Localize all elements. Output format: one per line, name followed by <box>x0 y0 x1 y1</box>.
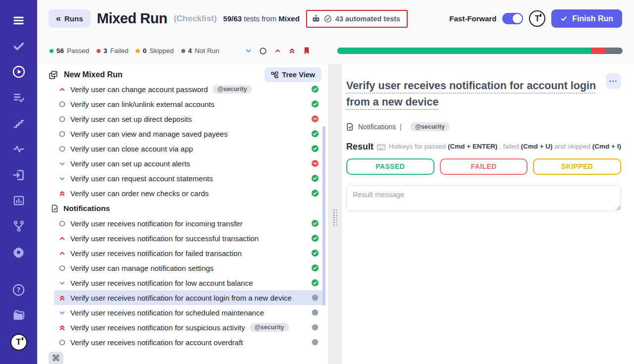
chevron-up-icon[interactable] <box>274 47 281 54</box>
divider-drag-handle[interactable] <box>333 209 338 226</box>
status-notrun-icon <box>307 338 319 346</box>
notrun-dot-icon <box>181 49 185 53</box>
high-priority-icon <box>58 86 66 93</box>
highest-priority-icon <box>58 324 66 331</box>
test-row-title: Verify user receives notification for ac… <box>70 338 243 347</box>
skipped-button[interactable]: SKIPPED <box>533 158 621 175</box>
activity-icon[interactable] <box>11 142 26 156</box>
status-passed-icon <box>307 130 319 138</box>
test-rows-list: Verify user can change account password@… <box>37 82 328 364</box>
brand-logo-icon[interactable]: T <box>529 10 545 27</box>
more-options-button[interactable]: ··· <box>606 73 621 89</box>
hotkeys-text: Hotkeys for passed (Cmd + ENTER) , faile… <box>389 143 621 150</box>
steps-icon[interactable] <box>11 116 26 131</box>
status-notrun-icon <box>307 294 319 302</box>
test-title: Verify user receives notification for ac… <box>346 78 606 110</box>
normal-priority-icon <box>58 339 66 346</box>
low-priority-icon <box>58 279 66 287</box>
passed-dot-icon <box>50 49 53 53</box>
test-row[interactable]: Verify user can set up direct deposits <box>54 111 323 126</box>
normal-priority-icon <box>58 101 66 108</box>
breadcrumb-separator: | <box>400 123 402 131</box>
status-passed-icon <box>307 234 319 242</box>
test-row[interactable]: Verify user can set up account alerts <box>54 156 323 171</box>
back-to-runs-button[interactable]: « Runs <box>49 9 91 28</box>
command-shortcut-button[interactable]: ⌘ <box>49 352 63 364</box>
test-row[interactable]: Verify user can manage notification sett… <box>54 260 323 275</box>
page-title: Mixed Run <box>97 10 167 27</box>
logo-icon[interactable]: T <box>10 334 27 351</box>
play-circle-icon[interactable] <box>11 64 26 79</box>
test-row-title: Verify user receives notification for su… <box>70 234 259 243</box>
test-row-title: Verify user receives notification for fa… <box>70 249 242 258</box>
status-passed-icon <box>307 145 319 153</box>
topbar: « Runs Mixed Run (Checklist) 59/63 tests… <box>37 0 634 37</box>
automated-tests-badge: 43 automated tests <box>306 10 408 28</box>
tests-summary: 59/63 tests from Mixed <box>223 14 300 23</box>
toggle-knob <box>513 14 522 23</box>
branch-icon[interactable] <box>11 219 26 234</box>
bookmark-icon[interactable] <box>303 47 311 55</box>
status-notrun-icon <box>307 309 319 316</box>
failed-button[interactable]: FAILED <box>440 158 528 175</box>
test-row[interactable]: Verify user receives notification for in… <box>54 216 323 231</box>
tests-count: 59/63 <box>223 14 242 23</box>
projects-icon[interactable] <box>11 308 26 323</box>
test-row[interactable]: Verify user can order new checks or card… <box>54 186 323 201</box>
panel-divider <box>328 64 342 364</box>
test-row-title: Verify user can change account password <box>70 85 208 94</box>
list-scrollbar[interactable] <box>322 126 325 306</box>
double-chevron-up-icon[interactable] <box>288 47 296 54</box>
normal-priority-icon <box>58 220 66 227</box>
list-check-icon[interactable] <box>11 90 26 105</box>
back-to-runs-label: Runs <box>64 14 83 23</box>
test-detail-panel: Verify user receives notification for ac… <box>342 64 634 364</box>
menu-icon[interactable] <box>11 13 26 28</box>
test-row[interactable]: Verify user receives notification for ac… <box>54 335 323 350</box>
status-failed-icon <box>307 115 319 123</box>
tree-view-button[interactable]: Tree View <box>264 67 321 82</box>
test-list-panel: New Mixed Run Tree View Verify user can … <box>37 64 328 364</box>
section-row[interactable]: Notifications <box>51 201 328 216</box>
high-priority-icon <box>58 235 66 242</box>
topbar-right-group: Fast-Forward T Finish Run <box>449 9 622 28</box>
bar-chart-icon[interactable] <box>11 193 26 208</box>
test-row[interactable]: Verify user receives notification for su… <box>54 320 323 335</box>
status-passed-icon <box>307 279 319 287</box>
progress-bar <box>337 48 623 54</box>
tree-view-label: Tree View <box>282 71 315 79</box>
import-icon[interactable] <box>11 167 26 182</box>
test-row[interactable]: Verify user receives notification for su… <box>54 231 323 246</box>
test-row[interactable]: Verify user receives notification for ac… <box>54 290 323 305</box>
test-row[interactable]: Verify user receives notification for lo… <box>54 275 323 290</box>
svg-text:?: ? <box>16 286 20 294</box>
security-tag-badge[interactable]: @security <box>410 122 450 131</box>
tag-badge: @security <box>250 323 289 332</box>
low-priority-icon <box>58 160 66 167</box>
test-row-title: Verify user receives notification for lo… <box>70 279 253 287</box>
skipped-dot-icon <box>136 49 140 53</box>
result-message-input[interactable] <box>346 185 621 211</box>
test-row[interactable]: Verify user receives notification for sc… <box>54 305 323 320</box>
passed-button[interactable]: PASSED <box>346 158 434 175</box>
check-icon[interactable] <box>11 39 26 53</box>
gear-icon[interactable] <box>11 245 26 260</box>
tests-source: Mixed <box>278 14 300 23</box>
test-row[interactable]: Verify user can view and manage saved pa… <box>54 126 323 141</box>
test-row[interactable]: Verify user can request account statemen… <box>54 171 323 186</box>
result-message-wrap <box>346 185 621 213</box>
help-icon[interactable]: ? <box>11 282 26 297</box>
highest-priority-icon <box>58 294 66 302</box>
test-row[interactable]: Verify user can close account via app <box>54 141 323 156</box>
test-row-title: Verify user can set up account alerts <box>70 159 190 168</box>
test-row[interactable]: Verify user can link/unlink external acc… <box>54 97 323 111</box>
breadcrumb-section[interactable]: Notifications <box>358 123 396 131</box>
finish-run-button[interactable]: Finish Run <box>551 9 622 28</box>
failed-dot-icon <box>97 49 101 53</box>
priority-filter-icons <box>245 47 311 55</box>
circle-icon[interactable] <box>259 47 267 55</box>
test-row[interactable]: Verify user receives notification for fa… <box>54 246 323 260</box>
fast-forward-toggle[interactable] <box>502 13 523 24</box>
check-icon <box>560 15 568 22</box>
chevron-down-icon[interactable] <box>245 47 252 54</box>
